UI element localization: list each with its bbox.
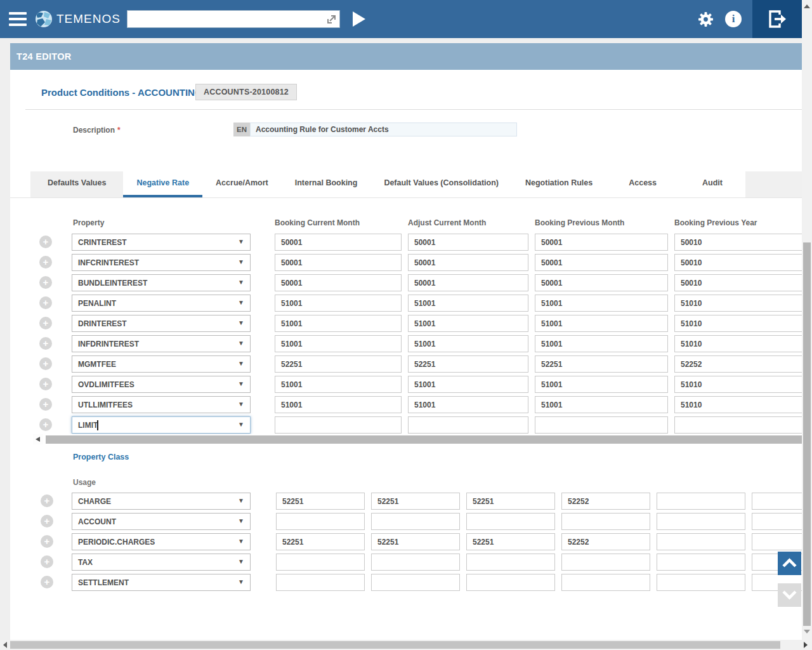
grid-cell-input[interactable] — [275, 234, 402, 251]
grid-cell-input[interactable] — [276, 533, 365, 550]
grid-cell-input[interactable] — [466, 513, 555, 530]
grid-cell-input[interactable] — [276, 574, 365, 591]
grid-cell-input[interactable] — [408, 335, 528, 352]
add-row-icon[interactable]: + — [39, 317, 52, 329]
grid-cell-input[interactable] — [408, 234, 528, 251]
grid-cell-input[interactable] — [674, 234, 802, 251]
grid-cell-input[interactable] — [752, 493, 802, 510]
property-select[interactable]: UTLLIMITFEES▼ — [72, 396, 251, 413]
usage-select[interactable]: CHARGE▼ — [72, 493, 251, 510]
scroll-left-button[interactable] — [33, 434, 43, 444]
tab-access[interactable]: Access — [606, 171, 679, 198]
usage-select[interactable]: TAX▼ — [72, 554, 251, 571]
grid-cell-input[interactable] — [535, 376, 668, 393]
grid-cell-input[interactable] — [561, 533, 650, 550]
grid-cell-input[interactable] — [275, 416, 402, 434]
grid-cell-input[interactable] — [674, 254, 802, 271]
tab-negative-rate[interactable]: Negative Rate — [123, 171, 202, 198]
grid-cell-input[interactable] — [561, 513, 650, 530]
add-row-icon[interactable]: + — [39, 357, 52, 370]
scroll-to-top-button[interactable] — [778, 552, 801, 575]
grid-cell-input[interactable] — [657, 493, 745, 510]
description-input[interactable] — [250, 123, 517, 136]
grid-cell-input[interactable] — [276, 513, 365, 530]
grid-cell-input[interactable] — [275, 274, 402, 291]
tab-negotiation-rules[interactable]: Negotiation Rules — [512, 171, 606, 198]
add-row-icon[interactable]: + — [39, 337, 52, 350]
property-select[interactable]: CRINTEREST▼ — [72, 234, 251, 251]
grid-cell-input[interactable] — [408, 274, 528, 291]
add-row-icon[interactable]: + — [39, 296, 52, 309]
property-select[interactable]: OVDLIMITFEES▼ — [72, 376, 251, 393]
add-row-icon[interactable]: + — [39, 256, 52, 269]
tab-default-values-consolidation[interactable]: Default Values (Consolidation) — [370, 171, 512, 198]
grid-cell-input[interactable] — [371, 554, 460, 571]
grid-cell-input[interactable] — [408, 355, 528, 373]
horizontal-scrollbar-thumb[interactable] — [10, 641, 780, 649]
grid-cell-input[interactable] — [371, 574, 460, 591]
info-icon[interactable]: i — [725, 11, 742, 27]
grid-cell-input[interactable] — [466, 533, 555, 550]
property-select[interactable]: DRINTEREST▼ — [72, 315, 251, 332]
grid-horizontal-scrollbar[interactable] — [10, 434, 802, 444]
scroll-up-arrow-icon[interactable] — [804, 4, 810, 8]
add-row-icon[interactable]: + — [41, 494, 53, 507]
grid-cell-input[interactable] — [275, 295, 402, 312]
add-row-icon[interactable]: + — [39, 398, 52, 411]
scroll-left-arrow-icon[interactable] — [3, 642, 7, 648]
grid-cell-input[interactable] — [408, 315, 528, 332]
grid-scrollbar-thumb[interactable] — [46, 435, 802, 444]
grid-cell-input[interactable] — [535, 234, 668, 251]
grid-cell-input[interactable] — [408, 295, 528, 312]
grid-cell-input[interactable] — [275, 396, 402, 413]
grid-cell-input[interactable] — [674, 315, 802, 332]
grid-cell-input[interactable] — [674, 396, 802, 413]
tab-accrue-amort[interactable]: Accrue/Amort — [202, 171, 282, 198]
grid-cell-input[interactable] — [276, 554, 365, 571]
scroll-to-bottom-button[interactable] — [778, 583, 801, 607]
page-horizontal-scrollbar[interactable] — [0, 640, 812, 650]
grid-cell-input[interactable] — [275, 376, 402, 393]
grid-cell-input[interactable] — [276, 493, 365, 510]
grid-cell-input[interactable] — [561, 493, 650, 510]
property-select[interactable]: INFCRINTEREST▼ — [72, 254, 251, 271]
goto-arrow-icon[interactable] — [326, 14, 337, 25]
grid-cell-input[interactable] — [466, 554, 555, 571]
grid-cell-input[interactable] — [657, 533, 745, 550]
grid-cell-input[interactable] — [275, 335, 402, 352]
settings-gear-icon[interactable] — [697, 11, 714, 28]
grid-cell-input[interactable] — [466, 574, 555, 591]
signout-button[interactable] — [752, 0, 802, 38]
add-row-icon[interactable]: + — [39, 276, 52, 289]
grid-cell-input[interactable] — [408, 396, 528, 413]
grid-cell-input[interactable] — [408, 376, 528, 393]
grid-cell-input[interactable] — [408, 254, 528, 271]
grid-cell-input[interactable] — [408, 416, 528, 434]
grid-cell-input[interactable] — [371, 493, 460, 510]
grid-cell-input[interactable] — [674, 376, 802, 393]
add-row-icon[interactable]: + — [39, 378, 52, 390]
vertical-scrollbar-thumb[interactable] — [803, 242, 811, 626]
grid-cell-input[interactable] — [535, 295, 668, 312]
grid-cell-input[interactable] — [275, 315, 402, 332]
grid-cell-input[interactable] — [752, 513, 802, 530]
grid-cell-input[interactable] — [674, 416, 802, 434]
grid-cell-input[interactable] — [535, 416, 668, 434]
grid-cell-input[interactable] — [674, 335, 802, 352]
grid-cell-input[interactable] — [561, 554, 650, 571]
grid-cell-input[interactable] — [535, 335, 668, 352]
add-row-icon[interactable]: + — [41, 555, 53, 568]
usage-select[interactable]: SETTLEMENT▼ — [72, 574, 251, 591]
grid-cell-input[interactable] — [275, 355, 402, 373]
grid-cell-input[interactable] — [674, 295, 802, 312]
run-command-button[interactable] — [353, 11, 365, 27]
page-vertical-scrollbar[interactable] — [802, 0, 812, 640]
grid-cell-input[interactable] — [561, 574, 650, 591]
tab-audit[interactable]: Audit — [679, 171, 745, 198]
grid-cell-input[interactable] — [466, 493, 555, 510]
add-row-icon[interactable]: + — [41, 515, 53, 527]
grid-cell-input[interactable] — [371, 533, 460, 550]
property-select[interactable]: LIMIT▼ — [72, 416, 251, 434]
property-select[interactable]: BUNDLEINTEREST▼ — [72, 274, 251, 291]
grid-cell-input[interactable] — [535, 396, 668, 413]
